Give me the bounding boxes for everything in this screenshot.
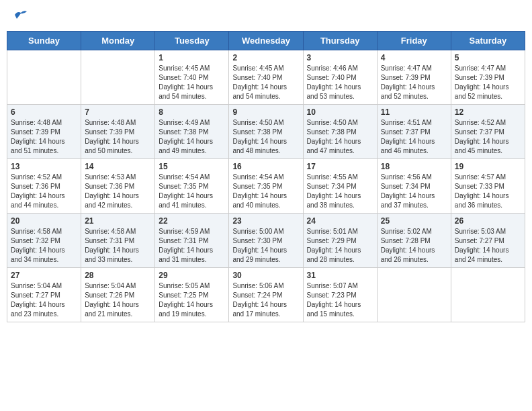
calendar-day-cell: 1Sunrise: 4:45 AMSunset: 7:40 PMDaylight… — [155, 50, 229, 105]
day-info: Sunrise: 5:02 AMSunset: 7:28 PMDaylight:… — [381, 227, 447, 265]
day-info: Sunrise: 4:58 AMSunset: 7:32 PMDaylight:… — [11, 227, 77, 265]
day-number: 5 — [455, 53, 521, 62]
day-number: 8 — [159, 107, 225, 117]
calendar-day-cell: 15Sunrise: 4:54 AMSunset: 7:35 PMDayligh… — [155, 159, 229, 214]
day-info: Sunrise: 4:47 AMSunset: 7:39 PMDaylight:… — [381, 64, 447, 101]
calendar-day-cell: 20Sunrise: 4:58 AMSunset: 7:32 PMDayligh… — [7, 214, 81, 268]
calendar-weekday-sunday: Sunday — [7, 32, 81, 50]
day-info: Sunrise: 4:48 AMSunset: 7:39 PMDaylight:… — [11, 118, 77, 156]
day-number: 22 — [159, 216, 225, 226]
calendar-day-cell: 14Sunrise: 4:53 AMSunset: 7:36 PMDayligh… — [81, 159, 155, 214]
day-info: Sunrise: 4:47 AMSunset: 7:39 PMDaylight:… — [455, 64, 521, 101]
calendar-day-cell — [81, 50, 155, 105]
day-number: 24 — [307, 216, 373, 226]
day-info: Sunrise: 4:50 AMSunset: 7:38 PMDaylight:… — [307, 118, 373, 156]
day-info: Sunrise: 5:07 AMSunset: 7:23 PMDaylight:… — [307, 281, 373, 319]
calendar-day-cell: 7Sunrise: 4:48 AMSunset: 7:39 PMDaylight… — [81, 105, 155, 159]
day-info: Sunrise: 4:54 AMSunset: 7:35 PMDaylight:… — [159, 173, 225, 210]
day-number: 30 — [232, 271, 299, 280]
day-info: Sunrise: 4:56 AMSunset: 7:34 PMDaylight:… — [381, 173, 447, 210]
day-number: 3 — [307, 53, 373, 62]
logo-text — [12, 9, 30, 23]
calendar-weekday-wednesday: Wednesday — [229, 32, 303, 50]
calendar-day-cell: 23Sunrise: 5:00 AMSunset: 7:30 PMDayligh… — [229, 214, 303, 268]
calendar-weekday-friday: Friday — [377, 32, 451, 50]
day-number: 16 — [232, 162, 299, 171]
logo — [12, 9, 30, 23]
day-info: Sunrise: 5:04 AMSunset: 7:27 PMDaylight:… — [11, 281, 77, 319]
calendar-day-cell: 3Sunrise: 4:46 AMSunset: 7:40 PMDaylight… — [303, 50, 377, 105]
day-number: 15 — [159, 162, 225, 171]
day-info: Sunrise: 4:50 AMSunset: 7:38 PMDaylight:… — [232, 118, 299, 156]
calendar-day-cell: 4Sunrise: 4:47 AMSunset: 7:39 PMDaylight… — [377, 50, 451, 105]
calendar-day-cell: 29Sunrise: 5:05 AMSunset: 7:25 PMDayligh… — [155, 268, 229, 322]
page-header — [7, 7, 525, 26]
calendar-day-cell — [7, 50, 81, 105]
day-number: 10 — [307, 107, 373, 117]
day-info: Sunrise: 5:05 AMSunset: 7:25 PMDaylight:… — [159, 281, 225, 319]
day-info: Sunrise: 4:59 AMSunset: 7:31 PMDaylight:… — [159, 227, 225, 265]
day-info: Sunrise: 4:45 AMSunset: 7:40 PMDaylight:… — [232, 64, 299, 101]
day-number: 4 — [381, 53, 447, 62]
calendar-week-row: 27Sunrise: 5:04 AMSunset: 7:27 PMDayligh… — [7, 268, 525, 322]
day-number: 13 — [11, 162, 77, 171]
calendar-day-cell: 16Sunrise: 4:54 AMSunset: 7:35 PMDayligh… — [229, 159, 303, 214]
day-number: 11 — [381, 107, 447, 117]
calendar-weekday-monday: Monday — [81, 32, 155, 50]
calendar-day-cell: 26Sunrise: 5:03 AMSunset: 7:27 PMDayligh… — [451, 214, 525, 268]
calendar-day-cell: 25Sunrise: 5:02 AMSunset: 7:28 PMDayligh… — [377, 214, 451, 268]
calendar-weekday-tuesday: Tuesday — [155, 32, 229, 50]
day-info: Sunrise: 5:00 AMSunset: 7:30 PMDaylight:… — [232, 227, 299, 265]
day-info: Sunrise: 4:57 AMSunset: 7:33 PMDaylight:… — [455, 173, 521, 210]
logo-bird-icon — [13, 9, 28, 23]
day-number: 20 — [11, 216, 77, 226]
calendar-day-cell: 19Sunrise: 4:57 AMSunset: 7:33 PMDayligh… — [451, 159, 525, 214]
day-number: 31 — [307, 271, 373, 280]
day-number: 21 — [85, 216, 151, 226]
calendar-day-cell: 6Sunrise: 4:48 AMSunset: 7:39 PMDaylight… — [7, 105, 81, 159]
day-info: Sunrise: 4:45 AMSunset: 7:40 PMDaylight:… — [159, 64, 225, 101]
calendar-day-cell: 5Sunrise: 4:47 AMSunset: 7:39 PMDaylight… — [451, 50, 525, 105]
calendar-day-cell: 17Sunrise: 4:55 AMSunset: 7:34 PMDayligh… — [303, 159, 377, 214]
day-number: 9 — [232, 107, 299, 117]
day-number: 7 — [85, 107, 151, 117]
day-info: Sunrise: 5:06 AMSunset: 7:24 PMDaylight:… — [232, 281, 299, 319]
day-number: 12 — [455, 107, 521, 117]
calendar-day-cell: 11Sunrise: 4:51 AMSunset: 7:37 PMDayligh… — [377, 105, 451, 159]
calendar-day-cell: 27Sunrise: 5:04 AMSunset: 7:27 PMDayligh… — [7, 268, 81, 322]
day-number: 19 — [455, 162, 521, 171]
calendar-table: SundayMondayTuesdayWednesdayThursdayFrid… — [7, 31, 525, 322]
day-info: Sunrise: 4:52 AMSunset: 7:36 PMDaylight:… — [11, 173, 77, 210]
calendar-day-cell — [377, 268, 451, 322]
calendar-day-cell: 9Sunrise: 4:50 AMSunset: 7:38 PMDaylight… — [229, 105, 303, 159]
day-info: Sunrise: 5:01 AMSunset: 7:29 PMDaylight:… — [307, 227, 373, 265]
calendar-day-cell — [451, 268, 525, 322]
day-info: Sunrise: 4:46 AMSunset: 7:40 PMDaylight:… — [307, 64, 373, 101]
day-number: 27 — [11, 271, 77, 280]
calendar-day-cell: 30Sunrise: 5:06 AMSunset: 7:24 PMDayligh… — [229, 268, 303, 322]
calendar-day-cell: 18Sunrise: 4:56 AMSunset: 7:34 PMDayligh… — [377, 159, 451, 214]
calendar-week-row: 6Sunrise: 4:48 AMSunset: 7:39 PMDaylight… — [7, 105, 525, 159]
day-info: Sunrise: 4:52 AMSunset: 7:37 PMDaylight:… — [455, 118, 521, 156]
calendar-day-cell: 13Sunrise: 4:52 AMSunset: 7:36 PMDayligh… — [7, 159, 81, 214]
day-info: Sunrise: 4:48 AMSunset: 7:39 PMDaylight:… — [85, 118, 151, 156]
calendar-week-row: 13Sunrise: 4:52 AMSunset: 7:36 PMDayligh… — [7, 159, 525, 214]
day-number: 17 — [307, 162, 373, 171]
day-number: 25 — [381, 216, 447, 226]
day-info: Sunrise: 4:49 AMSunset: 7:38 PMDaylight:… — [159, 118, 225, 156]
calendar-header-row: SundayMondayTuesdayWednesdayThursdayFrid… — [7, 32, 525, 50]
calendar-day-cell: 31Sunrise: 5:07 AMSunset: 7:23 PMDayligh… — [303, 268, 377, 322]
day-number: 14 — [85, 162, 151, 171]
calendar-day-cell: 8Sunrise: 4:49 AMSunset: 7:38 PMDaylight… — [155, 105, 229, 159]
calendar-day-cell: 10Sunrise: 4:50 AMSunset: 7:38 PMDayligh… — [303, 105, 377, 159]
day-info: Sunrise: 4:51 AMSunset: 7:37 PMDaylight:… — [381, 118, 447, 156]
day-info: Sunrise: 5:03 AMSunset: 7:27 PMDaylight:… — [455, 227, 521, 265]
calendar-day-cell: 21Sunrise: 4:58 AMSunset: 7:31 PMDayligh… — [81, 214, 155, 268]
day-number: 6 — [11, 107, 77, 117]
calendar-day-cell: 22Sunrise: 4:59 AMSunset: 7:31 PMDayligh… — [155, 214, 229, 268]
day-info: Sunrise: 4:55 AMSunset: 7:34 PMDaylight:… — [307, 173, 373, 210]
day-number: 26 — [455, 216, 521, 226]
day-number: 29 — [159, 271, 225, 280]
calendar-day-cell: 24Sunrise: 5:01 AMSunset: 7:29 PMDayligh… — [303, 214, 377, 268]
calendar-day-cell: 28Sunrise: 5:04 AMSunset: 7:26 PMDayligh… — [81, 268, 155, 322]
